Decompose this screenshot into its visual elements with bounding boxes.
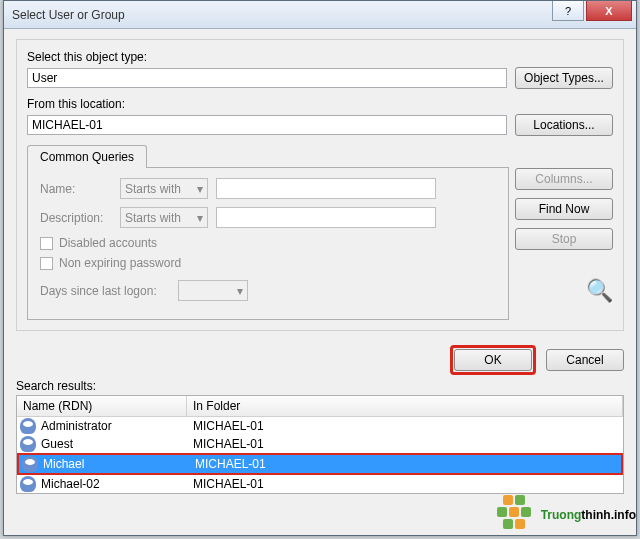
search-results-label: Search results:: [16, 379, 624, 393]
result-row[interactable]: Guest MICHAEL-01: [17, 435, 623, 453]
search-icon: 🔍: [586, 278, 613, 304]
chevron-down-icon: ▾: [197, 182, 203, 196]
result-row[interactable]: Administrator MICHAEL-01: [17, 417, 623, 435]
cancel-button[interactable]: Cancel: [546, 349, 624, 371]
object-type-input[interactable]: User: [27, 68, 507, 88]
logo-icon: [485, 495, 535, 535]
days-since-logon-label: Days since last logon:: [40, 284, 170, 298]
results-list: Name (RDN) In Folder Administrator MICHA…: [16, 395, 624, 494]
window-title: Select User or Group: [12, 8, 552, 22]
name-input[interactable]: [216, 178, 436, 199]
location-label: From this location:: [27, 97, 613, 111]
result-row-selected[interactable]: Michael MICHAEL-01: [19, 455, 621, 473]
non-expiring-checkbox[interactable]: [40, 257, 53, 270]
help-button[interactable]: ?: [552, 1, 584, 21]
user-icon: [22, 456, 38, 472]
user-icon: [20, 436, 36, 452]
column-name[interactable]: Name (RDN): [17, 396, 187, 416]
stop-button[interactable]: Stop: [515, 228, 613, 250]
columns-button[interactable]: Columns...: [515, 168, 613, 190]
user-icon: [20, 418, 36, 434]
watermark: Truongthinh.info: [485, 495, 636, 535]
tab-common-queries[interactable]: Common Queries: [27, 145, 147, 168]
dialog-window: Select User or Group ? X Select this obj…: [3, 0, 637, 536]
days-since-logon-combo[interactable]: ▾: [178, 280, 248, 301]
non-expiring-label: Non expiring password: [59, 256, 181, 270]
close-button[interactable]: X: [586, 1, 632, 21]
location-input[interactable]: MICHAEL-01: [27, 115, 507, 135]
query-panel: Name: Starts with▾ Description: Starts w…: [27, 167, 509, 320]
locations-button[interactable]: Locations...: [515, 114, 613, 136]
name-mode-combo[interactable]: Starts with▾: [120, 178, 208, 199]
description-input[interactable]: [216, 207, 436, 228]
ok-button[interactable]: OK: [454, 349, 532, 371]
disabled-accounts-label: Disabled accounts: [59, 236, 157, 250]
result-row[interactable]: Michael-02 MICHAEL-01: [17, 475, 623, 493]
titlebar[interactable]: Select User or Group ? X: [4, 1, 636, 29]
chevron-down-icon: ▾: [197, 211, 203, 225]
description-mode-combo[interactable]: Starts with▾: [120, 207, 208, 228]
object-types-button[interactable]: Object Types...: [515, 67, 613, 89]
column-folder[interactable]: In Folder: [187, 396, 623, 416]
name-label: Name:: [40, 182, 112, 196]
description-label: Description:: [40, 211, 112, 225]
find-now-button[interactable]: Find Now: [515, 198, 613, 220]
disabled-accounts-checkbox[interactable]: [40, 237, 53, 250]
object-type-label: Select this object type:: [27, 50, 613, 64]
chevron-down-icon: ▾: [237, 284, 243, 298]
criteria-group: Select this object type: User Object Typ…: [16, 39, 624, 331]
user-icon: [20, 476, 36, 492]
